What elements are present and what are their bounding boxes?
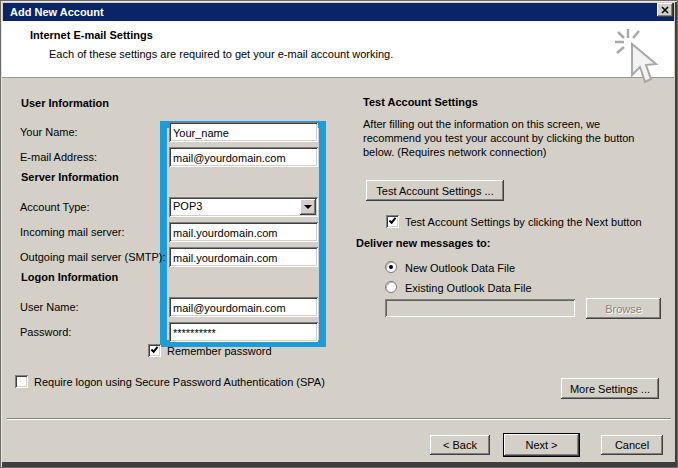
section-heading-logon-information: Logon Information	[21, 271, 118, 283]
section-heading-deliver: Deliver new messages to:	[356, 237, 491, 249]
test-on-next-label: Test Account Settings by clicking the Ne…	[405, 216, 642, 228]
user-name-input[interactable]	[169, 297, 318, 317]
existing-data-file-label: Existing Outlook Data File	[405, 282, 532, 294]
click-cursor-icon	[613, 27, 667, 91]
more-settings-button[interactable]: More Settings ...	[561, 378, 659, 399]
your-name-label: Your Name:	[20, 126, 78, 138]
account-type-dropdown[interactable]: POP3	[169, 197, 318, 217]
email-address-input[interactable]	[169, 147, 318, 167]
close-icon	[661, 6, 669, 14]
window-title: Add New Account	[10, 6, 104, 18]
checkmark-icon	[151, 345, 159, 353]
new-data-file-label: New Outlook Data File	[405, 262, 515, 274]
remember-password-label: Remember password	[167, 345, 272, 357]
browse-button[interactable]: Browse	[586, 298, 661, 319]
password-input[interactable]	[169, 322, 318, 342]
incoming-server-input[interactable]	[169, 222, 318, 242]
wizard-header: Internet E-mail Settings Each of these s…	[2, 21, 674, 78]
user-name-label: User Name:	[20, 301, 79, 313]
incoming-server-label: Incoming mail server:	[20, 226, 125, 238]
test-on-next-checkbox[interactable]	[386, 215, 399, 228]
close-button[interactable]	[657, 3, 673, 17]
email-address-label: E-mail Address:	[20, 151, 97, 163]
test-description: After filling out the information on thi…	[363, 117, 643, 159]
spa-label: Require logon using Secure Password Auth…	[34, 376, 325, 388]
your-name-input[interactable]	[169, 122, 318, 142]
new-data-file-radio[interactable]	[385, 261, 397, 273]
add-new-account-dialog: Add New Account Internet E-mail Settings…	[0, 0, 678, 468]
existing-data-file-radio[interactable]	[385, 281, 397, 293]
account-type-label: Account Type:	[20, 201, 90, 213]
data-file-path-input[interactable]	[385, 299, 575, 317]
section-heading-server-information: Server Information	[21, 171, 119, 183]
checkmark-icon	[389, 216, 397, 224]
spa-checkbox[interactable]	[15, 375, 28, 388]
back-button[interactable]: < Back	[430, 435, 490, 455]
header-subtitle: Each of these settings are required to g…	[49, 48, 393, 60]
password-label: Password:	[20, 326, 71, 338]
remember-password-checkbox[interactable]	[148, 344, 161, 357]
dropdown-arrow-button[interactable]	[300, 199, 316, 215]
test-account-settings-button[interactable]: Test Account Settings ...	[366, 180, 504, 201]
section-heading-test-account-settings: Test Account Settings	[363, 96, 478, 108]
next-button[interactable]: Next >	[504, 434, 579, 456]
cancel-button[interactable]: Cancel	[601, 435, 663, 455]
outgoing-server-label: Outgoing mail server (SMTP):	[20, 251, 165, 263]
outgoing-server-input[interactable]	[169, 247, 318, 267]
section-heading-user-information: User Information	[21, 97, 109, 109]
chevron-down-icon	[304, 205, 312, 209]
title-bar[interactable]: Add New Account	[3, 3, 674, 21]
footer-separator	[7, 418, 671, 420]
header-title: Internet E-mail Settings	[30, 29, 153, 41]
account-type-value: POP3	[173, 200, 202, 212]
